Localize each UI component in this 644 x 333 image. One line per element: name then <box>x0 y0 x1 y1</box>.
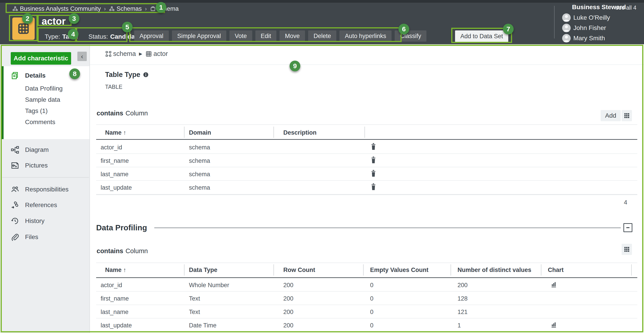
sidebar-item-data-profiling[interactable]: Data Profiling <box>0 83 90 94</box>
add-relation-button[interactable]: Add <box>600 110 621 121</box>
col-header-empty-values[interactable]: Empty Values Count <box>370 266 428 274</box>
pictures-icon <box>10 161 20 170</box>
domain-icon <box>150 6 156 12</box>
cell-distinct-values: 128 <box>458 295 468 302</box>
history-icon <box>10 216 20 226</box>
status-label: Status: <box>88 33 108 40</box>
divider <box>90 64 644 65</box>
trash-icon[interactable] <box>370 143 377 150</box>
add-characteristic-button[interactable]: Add characteristic <box>11 52 71 65</box>
simple-approval-button[interactable]: Simple Approval <box>172 30 226 42</box>
divider <box>96 124 637 125</box>
responsibilities-icon <box>10 185 20 194</box>
col-header-row-count[interactable]: Row Count <box>283 266 315 274</box>
bar-chart-icon[interactable] <box>551 322 557 328</box>
divider <box>96 194 637 195</box>
col-header-chart[interactable]: Chart <box>548 266 564 274</box>
steward-name[interactable]: John Fisher <box>573 24 606 32</box>
type-value: Table <box>62 33 78 40</box>
auto-hyperlinks-button[interactable]: Auto hyperlinks <box>340 30 392 42</box>
sidebar-item-sample-data[interactable]: Sample data <box>0 94 90 105</box>
cell-name[interactable]: last_name <box>100 171 128 178</box>
cell-name[interactable]: last_update <box>100 322 132 329</box>
cell-domain[interactable]: schema <box>189 171 210 178</box>
avatar <box>562 24 571 32</box>
cell-domain[interactable]: schema <box>189 144 210 151</box>
sidebar-item-responsibilities[interactable]: Responsibilities <box>0 184 90 195</box>
breadcrumb-schemas[interactable]: Schemas <box>109 5 142 12</box>
trash-icon[interactable] <box>370 170 377 177</box>
col-header-data-type[interactable]: Data Type <box>189 266 217 274</box>
cell-data-type: Date Time <box>189 322 216 329</box>
sidebar-item-tags[interactable]: Tags (1) <box>0 106 90 116</box>
steward-name[interactable]: Luke O'Reilly <box>573 14 610 21</box>
trash-icon[interactable] <box>370 183 377 190</box>
cell-name[interactable]: first_name <box>100 158 129 164</box>
bar-chart-icon[interactable] <box>551 281 557 288</box>
column-separator <box>364 126 365 138</box>
sidebar-collapse-button[interactable]: ‹ <box>77 52 87 61</box>
move-button[interactable]: Move <box>280 30 305 42</box>
cell-name[interactable]: last_update <box>100 184 132 191</box>
diagram-icon <box>10 145 20 154</box>
cell-name[interactable]: actor_id <box>100 144 122 151</box>
sidebar-item-comments[interactable]: Comments <box>0 117 90 128</box>
steward-name[interactable]: Mary Smith <box>573 35 605 42</box>
table-type-heading: Table Type <box>105 71 149 79</box>
cell-domain[interactable]: schema <box>189 158 210 164</box>
edit-button[interactable]: Edit <box>255 30 276 42</box>
col-header-name[interactable]: Name ↑ <box>105 129 126 136</box>
section-rule <box>154 227 621 228</box>
cell-row-count: 200 <box>283 295 294 302</box>
breadcrumb-community[interactable]: Business Analysts Community <box>12 5 101 12</box>
col-header-description[interactable]: Description <box>283 129 317 136</box>
divider <box>96 154 637 154</box>
col-header-domain[interactable]: Domain <box>189 129 211 136</box>
sidebar-item-history[interactable]: History <box>0 216 90 226</box>
column-separator <box>184 126 184 138</box>
breadcrumb-schema-domain[interactable]: schema <box>150 5 179 12</box>
see-all-link[interactable]: see all 4 <box>616 4 636 11</box>
page-title: actor <box>42 16 66 27</box>
cell-domain[interactable]: schema <box>189 184 210 191</box>
classify-button[interactable]: Classify <box>395 30 427 42</box>
divider <box>96 262 637 263</box>
type-label: Type: <box>45 33 60 40</box>
collapse-section-icon[interactable] <box>624 223 632 232</box>
breadcrumb-label: Schemas <box>116 5 142 12</box>
table-asset-icon <box>12 18 35 40</box>
references-icon <box>10 200 20 210</box>
sidebar-item-references[interactable]: References <box>0 200 90 210</box>
cell-distinct-values: 121 <box>458 308 468 316</box>
chevron-right-icon: › <box>145 5 147 12</box>
add-to-data-set-button[interactable]: Add to Data Set <box>455 30 508 42</box>
divider <box>96 139 637 140</box>
trash-icon[interactable] <box>370 156 377 164</box>
top-strip <box>0 0 644 3</box>
col-header-distinct-values[interactable]: Number of distinct values <box>458 266 531 274</box>
sidebar-item-diagram[interactable]: Diagram <box>0 144 90 155</box>
table-options-grid-icon[interactable] <box>622 244 632 255</box>
sidebar-item-pictures[interactable]: Pictures <box>0 160 90 171</box>
breadcrumb-asset: actor <box>154 50 168 58</box>
col-header-name[interactable]: Name ↑ <box>105 266 126 274</box>
table-options-grid-icon[interactable] <box>622 110 632 121</box>
cell-name[interactable]: actor_id <box>100 282 122 289</box>
divider <box>96 291 637 292</box>
breadcrumb-label: Business Analysts Community <box>20 5 101 12</box>
chevron-right-icon: › <box>104 5 106 12</box>
breadcrumb-schema[interactable]: schema <box>113 50 136 58</box>
cell-data-type: Text <box>189 295 200 302</box>
files-icon <box>10 232 20 242</box>
avatar <box>562 34 571 42</box>
breadcrumb-label: schema <box>158 5 179 12</box>
cell-distinct-values: 200 <box>458 282 468 289</box>
cell-name[interactable]: first_name <box>100 295 129 302</box>
cell-name[interactable]: last_name <box>100 308 128 316</box>
sidebar-item-details[interactable]: Details <box>0 70 90 81</box>
sidebar-item-files[interactable]: Files <box>0 232 90 242</box>
approval-button[interactable]: Approval <box>134 30 169 42</box>
info-icon[interactable] <box>143 72 149 78</box>
vote-button[interactable]: Vote <box>230 30 252 42</box>
delete-button[interactable]: Delete <box>308 30 336 42</box>
